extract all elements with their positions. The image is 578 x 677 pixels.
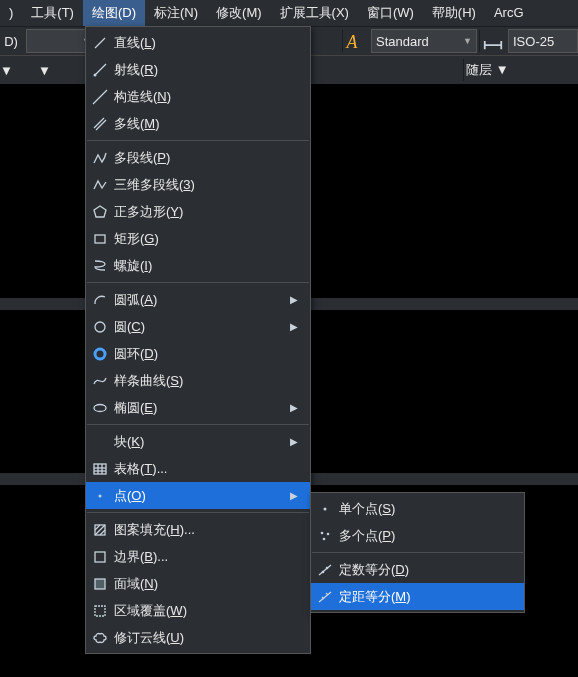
- draw-menu-item-hatch[interactable]: 图案填充(H)...: [86, 516, 310, 543]
- menu-item-label: 块(K): [114, 433, 290, 451]
- dimstyle-value: ISO-25: [513, 34, 554, 49]
- draw-menu-item-xline[interactable]: 构造线(N): [86, 83, 310, 110]
- measure-icon: [311, 589, 339, 605]
- wipeout-icon: [86, 603, 114, 619]
- svg-rect-25: [95, 606, 105, 616]
- draw-menu-item-spline[interactable]: 样条曲线(S): [86, 367, 310, 394]
- svg-line-35: [326, 593, 328, 595]
- singlepoint-icon: [311, 501, 339, 517]
- multipoint-icon: [311, 528, 339, 544]
- menubar-item-tools[interactable]: 工具(T): [22, 0, 83, 26]
- svg-rect-8: [95, 235, 105, 243]
- draw-menu-item-region[interactable]: 面域(N): [86, 570, 310, 597]
- toolbar-cut-icon[interactable]: D): [0, 30, 22, 52]
- point-submenu-item-singlepoint[interactable]: 单个点(S): [311, 495, 524, 522]
- svg-line-4: [93, 90, 107, 104]
- hatch-icon: [86, 522, 114, 538]
- submenu-arrow-icon: ▶: [290, 294, 302, 305]
- draw-menu-item-polygon[interactable]: 正多边形(Y): [86, 198, 310, 225]
- menu-item-label: 射线(R): [114, 61, 302, 79]
- draw-menu-item-line[interactable]: 直线(L): [86, 29, 310, 56]
- svg-point-32: [326, 566, 329, 569]
- menu-item-label: 构造线(N): [114, 88, 302, 106]
- menubar-item-modify[interactable]: 修改(M): [207, 0, 271, 26]
- line-icon: [86, 35, 114, 51]
- menubar-item-0[interactable]: ): [0, 0, 22, 26]
- block-icon: [86, 434, 114, 450]
- menu-separator: [87, 282, 309, 283]
- draw-menu-item-wipeout[interactable]: 区域覆盖(W): [86, 597, 310, 624]
- textstyle-icon[interactable]: A: [345, 30, 367, 52]
- svg-point-11: [94, 404, 106, 411]
- menu-separator: [87, 512, 309, 513]
- draw-menu-item-mline[interactable]: 多线(M): [86, 110, 310, 137]
- divide-icon: [311, 562, 339, 578]
- draw-menu-item-boundary[interactable]: 边界(B)...: [86, 543, 310, 570]
- menu-item-label: 区域覆盖(W): [114, 602, 302, 620]
- point-submenu-item-divide[interactable]: 定数等分(D): [311, 556, 524, 583]
- menu-item-label: 螺旋(I): [114, 257, 302, 275]
- 3dpoly-icon: [86, 177, 114, 193]
- menubar-item-express[interactable]: 扩展工具(X): [271, 0, 358, 26]
- draw-menu-item-3dpoly[interactable]: 三维多段线(3): [86, 171, 310, 198]
- svg-point-10: [95, 349, 105, 359]
- menubar-item-draw[interactable]: 绘图(D): [83, 0, 145, 26]
- draw-menu-item-arc[interactable]: 圆弧(A)▶: [86, 286, 310, 313]
- toolbar-separator: [463, 59, 464, 81]
- draw-menu-item-ellipse[interactable]: 椭圆(E)▶: [86, 394, 310, 421]
- boundary-icon: [86, 549, 114, 565]
- point-submenu: 单个点(S)多个点(P)定数等分(D)定距等分(M): [310, 492, 525, 613]
- svg-line-30: [319, 565, 331, 575]
- menu-item-label: 面域(N): [114, 575, 302, 593]
- draw-menu-item-table[interactable]: 表格(T)...: [86, 455, 310, 482]
- draw-menu-item-ray[interactable]: 射线(R): [86, 56, 310, 83]
- draw-menu-item-revcloud[interactable]: 修订云线(U): [86, 624, 310, 651]
- chevron-down-icon: ▼: [0, 63, 13, 78]
- menu-item-label: 图案填充(H)...: [114, 521, 302, 539]
- chevron-down-icon: ▼: [463, 36, 472, 46]
- dimstyle-dropdown[interactable]: ISO-25: [508, 29, 578, 53]
- menu-item-label: 表格(T)...: [114, 460, 302, 478]
- dimstyle-icon[interactable]: [482, 30, 504, 52]
- toolbar2-dropdown-2[interactable]: ▼: [38, 63, 76, 78]
- polygon-icon: [86, 204, 114, 220]
- menu-item-label: 定数等分(D): [339, 561, 516, 579]
- menubar-item-dim[interactable]: 标注(N): [145, 0, 207, 26]
- menubar-item-window[interactable]: 窗口(W): [358, 0, 423, 26]
- svg-rect-23: [95, 579, 105, 589]
- menu-item-label: 矩形(G): [114, 230, 302, 248]
- svg-rect-12: [94, 464, 106, 474]
- point-submenu-item-multipoint[interactable]: 多个点(P): [311, 522, 524, 549]
- menubar-item-help[interactable]: 帮助(H): [423, 0, 485, 26]
- draw-menu-item-block[interactable]: 块(K)▶: [86, 428, 310, 455]
- draw-menu-item-helix[interactable]: 螺旋(I): [86, 252, 310, 279]
- menu-item-label: 边界(B)...: [114, 548, 302, 566]
- menu-item-label: 定距等分(M): [339, 588, 516, 606]
- menu-item-label: 多线(M): [114, 115, 302, 133]
- draw-menu-item-rect[interactable]: 矩形(G): [86, 225, 310, 252]
- submenu-arrow-icon: ▶: [290, 321, 302, 332]
- menu-item-label: 椭圆(E): [114, 399, 290, 417]
- menu-item-label: 三维多段线(3): [114, 176, 302, 194]
- color-bylayer-dropdown[interactable]: 随层 ▼: [466, 61, 578, 79]
- toolbar-separator: [342, 30, 343, 52]
- svg-line-33: [319, 592, 331, 602]
- menu-item-label: 样条曲线(S): [114, 372, 302, 390]
- menu-item-label: 多段线(P): [114, 149, 302, 167]
- textstyle-dropdown[interactable]: Standard ▼: [371, 29, 477, 53]
- helix-icon: [86, 258, 114, 274]
- svg-point-26: [324, 507, 327, 510]
- draw-menu-item-circle[interactable]: 圆(C)▶: [86, 313, 310, 340]
- menu-item-label: 圆(C): [114, 318, 290, 336]
- svg-point-17: [99, 494, 102, 497]
- draw-menu-item-point[interactable]: 点(O)▶: [86, 482, 310, 509]
- color-bylayer-label: 随层: [466, 62, 492, 77]
- menu-item-label: 直线(L): [114, 34, 302, 52]
- menubar: ) 工具(T) 绘图(D) 标注(N) 修改(M) 扩展工具(X) 窗口(W) …: [0, 0, 578, 27]
- svg-point-9: [95, 322, 105, 332]
- draw-menu-item-donut[interactable]: 圆环(D): [86, 340, 310, 367]
- draw-menu-item-pline[interactable]: 多段线(P): [86, 144, 310, 171]
- menubar-item-arcg[interactable]: ArcG: [485, 0, 533, 26]
- point-submenu-item-measure[interactable]: 定距等分(M): [311, 583, 524, 610]
- toolbar2-dropdown-1[interactable]: ▼: [0, 63, 38, 78]
